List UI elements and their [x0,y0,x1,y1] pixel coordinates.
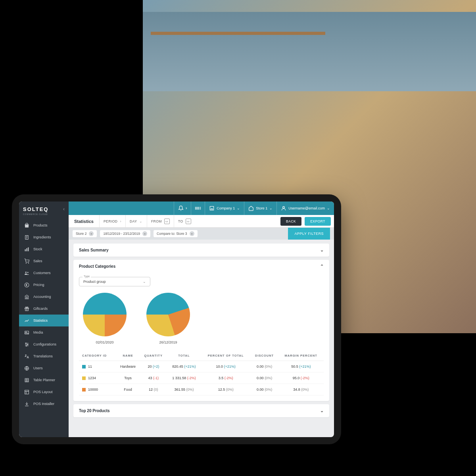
people-icon [24,270,29,276]
remove-chip-icon[interactable]: × [142,231,147,236]
chevron-down-icon: ⌄ [269,206,273,210]
sidebar-item-label: Giftcards [33,307,48,311]
globe-icon [24,365,29,371]
from-date-filter[interactable]: FROM▭ [147,215,174,227]
col-quantity: QUANTITY [140,351,167,361]
svg-rect-3 [28,247,29,251]
table-row[interactable]: 1234Toys43 (-1)1 331.58 (-2%)3.5 (-2%)0.… [79,372,324,384]
col-name: NAME [116,351,140,361]
pie-chart: 02/01/2020 [83,293,127,344]
svg-point-6 [25,271,26,273]
chevron-down-icon: ⌄ [320,408,324,413]
bank-icon [24,294,29,299]
barcode-button[interactable] [191,202,205,215]
remove-chip-icon[interactable]: × [190,231,194,236]
sidebar-item-label: Accounting [33,295,51,299]
user-icon [281,205,286,211]
sidebar-item-customers[interactable]: Customers [19,267,69,279]
export-button[interactable]: EXPORT [305,217,331,226]
sidebar-item-label: Stock [33,247,42,251]
sidebar-item-statistics[interactable]: Statistics [19,315,69,326]
product-categories-toggle[interactable]: Product Categories ⌃ [73,260,329,273]
col-discount: DISCOUNT [251,351,278,361]
sidebar-item-pricing[interactable]: Pricing [19,279,69,291]
bars-icon [24,246,29,252]
table-row[interactable]: 10000Food12 (0)361.55 (0%)12.5 (0%)0.00 … [79,384,324,395]
type-value: Product group [83,280,106,284]
sidebar-item-stock[interactable]: Stock [19,243,69,255]
sidebar-collapse-icon[interactable]: ‹ [63,206,65,212]
notifications-button[interactable]: 3 [174,202,191,215]
color-swatch [82,388,86,392]
svg-rect-18 [25,390,29,394]
sidebar-item-label: POS Installer [33,402,54,406]
content-scroll[interactable]: Sales Summary ⌄ Product Categories ⌃ Typ… [69,240,334,437]
app-screen: SOLTEQ COMMERCE CLOUD ‹ ProductsIngredie… [19,202,334,437]
col-category-id: CATEGORY ID [79,351,116,361]
back-button[interactable]: BACK [280,217,301,226]
top20-toggle[interactable]: Top 20 Products ⌄ [73,404,329,417]
chevron-right-icon: › [120,219,122,223]
filter-chip-daterange: 18/12/2019 - 23/12/2019 × [100,230,150,237]
company-selector[interactable]: Company 1 ⌄ [205,202,244,215]
sales-summary-card: Sales Summary ⌄ [73,244,329,257]
to-date-filter[interactable]: TO▭ [174,215,195,227]
sidebar-item-ingredients[interactable]: Ingredients [19,231,69,243]
svg-point-7 [27,272,28,273]
company-label: Company 1 [217,206,235,210]
sidebar-item-pos-layout[interactable]: POS Layout [19,386,69,398]
period-filter[interactable]: PERIOD› [99,215,125,227]
notification-count: 3 [186,207,187,209]
pie-chart: 26/12/2019 [146,293,190,344]
store-label: Store 1 [256,206,267,210]
calendar-icon: ▭ [186,219,191,224]
sidebar-item-label: Configurations [33,342,56,346]
color-swatch [82,365,86,369]
sidebar-item-configurations[interactable]: Configurations [19,338,69,350]
sales-summary-toggle[interactable]: Sales Summary ⌄ [73,244,329,257]
sidebar-item-translations[interactable]: Translations [19,350,69,362]
sidebar-item-label: Sales [33,259,42,263]
gift-icon [24,306,29,311]
layout-icon [24,389,29,395]
apply-filters-button[interactable]: APPLY FILTERS [288,228,330,240]
chevron-down-icon: ⌄ [320,248,324,253]
cart-icon [24,258,29,264]
building-icon [209,205,215,211]
translate-icon [24,353,29,359]
sidebar-item-label: Translations [33,354,53,358]
svg-point-15 [26,345,27,346]
sidebar-item-users[interactable]: Users [19,362,69,374]
sidebar-item-label: Ingredients [33,235,51,239]
sidebar: SOLTEQ COMMERCE CLOUD ‹ ProductsIngredie… [19,202,69,437]
type-field-label: Type [83,275,91,278]
sidebar-item-accounting[interactable]: Accounting [19,291,69,303]
day-filter[interactable]: DAY⌄ [125,215,147,227]
col-percent: PERCENT OF TOTAL [201,351,251,361]
active-filters-bar: Store 2 × 18/12/2019 - 23/12/2019 × Comp… [69,228,334,240]
svg-rect-2 [26,248,27,251]
categories-table: CATEGORY ID NAME QUANTITY TOTAL PERCENT … [79,351,324,395]
doc-icon [24,234,29,240]
sidebar-item-sales[interactable]: Sales [19,255,69,267]
bag-icon [24,223,29,228]
svg-point-14 [27,344,28,345]
user-menu[interactable]: Username@email.com ⌄ [276,202,334,215]
type-selector[interactable]: Type Product group ⌄ [79,277,150,286]
chart-icon [24,318,29,323]
svg-point-4 [26,263,26,263]
install-icon [24,401,29,407]
sidebar-item-giftcards[interactable]: Giftcards [19,303,69,315]
sidebar-item-products[interactable]: Products [19,219,69,231]
pie-date-label: 26/12/2019 [146,340,190,344]
remove-chip-icon[interactable]: × [89,231,94,236]
sidebar-item-table-planner[interactable]: Table Planner [19,374,69,386]
sliders-icon [24,342,29,347]
store-selector[interactable]: Store 1 ⌄ [244,202,276,215]
product-categories-card: Product Categories ⌃ Type Product group … [73,260,329,401]
table-row[interactable]: 11Hardware20 (+2)820.45 (+21%)10.0 (+21%… [79,361,324,372]
sidebar-item-pos-installer[interactable]: POS Installer [19,398,69,410]
pie-date-label: 02/01/2020 [83,340,127,344]
bell-icon [178,205,184,211]
sidebar-item-media[interactable]: Media [19,326,69,338]
